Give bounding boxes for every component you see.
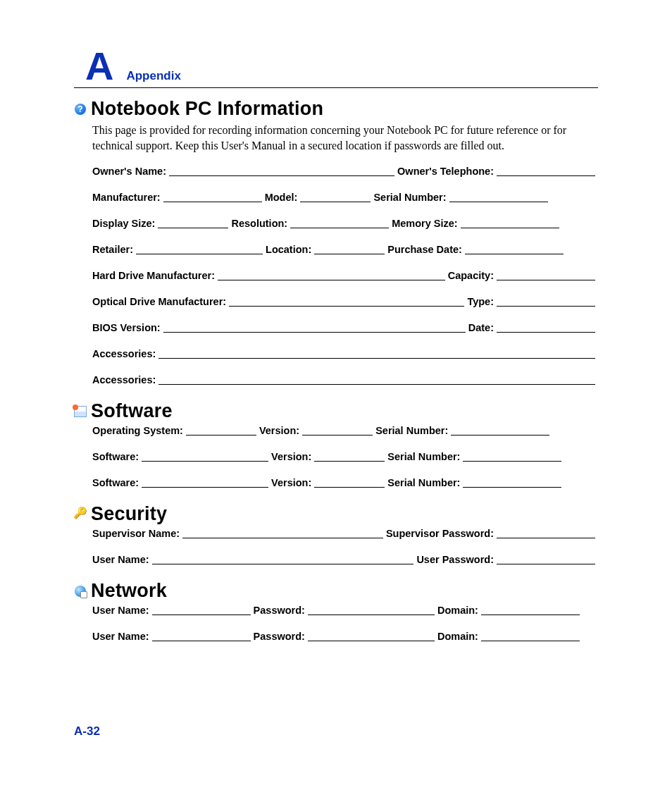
field-label: Version: [259, 426, 299, 436]
blank-line[interactable] [497, 322, 595, 333]
form-row: Operating System:Version:Serial Number: [92, 425, 598, 436]
field-label: Supervisor Password: [386, 529, 494, 539]
blank-line[interactable] [290, 218, 389, 228]
blank-line[interactable] [497, 270, 595, 280]
form-row: Software:Version:Serial Number: [92, 451, 598, 462]
blank-line[interactable] [451, 425, 549, 436]
blank-line[interactable] [308, 605, 435, 615]
field-label: Date: [468, 323, 494, 333]
appendix-header: A Appendix [74, 47, 598, 88]
blank-line[interactable] [182, 528, 383, 538]
security-fields: Supervisor Name:Supervisor Password:User… [92, 528, 598, 564]
field-label: User Name: [92, 631, 149, 642]
blank-line[interactable] [314, 244, 385, 254]
field-label: Accessories: [92, 349, 156, 359]
blank-line[interactable] [300, 192, 371, 202]
field-label: Serial Number: [387, 452, 460, 462]
form-row: User Name:Password:Domain: [92, 605, 598, 615]
blank-line[interactable] [308, 631, 435, 641]
section-head-network: Network [74, 580, 598, 602]
section-title-network: Network [91, 580, 167, 602]
form-row: Accessories: [92, 374, 598, 385]
section-network: Network User Name:Password:Domain:User N… [74, 580, 598, 641]
blank-line[interactable] [461, 218, 559, 228]
blank-line[interactable] [314, 477, 385, 488]
blank-line[interactable] [163, 322, 466, 333]
field-label: User Name: [92, 555, 149, 565]
field-label: Owner's Name: [92, 166, 166, 177]
notebook-intro: This page is provided for recording info… [92, 123, 598, 153]
field-label: Password: [254, 605, 305, 616]
field-label: BIOS Version: [92, 323, 161, 333]
blank-line[interactable] [463, 451, 561, 462]
field-label: User Password: [416, 555, 494, 565]
section-head-security: 🔑 Security [74, 503, 598, 525]
form-row: Hard Drive Manufacturer:Capacity: [92, 270, 598, 280]
section-head-software: Software [74, 400, 598, 422]
blank-line[interactable] [497, 554, 595, 564]
section-title-notebook: Notebook PC Information [91, 98, 323, 120]
form-row: Owner's Name:Owner's Telephone: [92, 166, 598, 176]
blank-line[interactable] [481, 605, 580, 615]
blank-line[interactable] [142, 451, 268, 462]
blank-line[interactable] [152, 605, 251, 615]
blank-line[interactable] [158, 218, 228, 228]
blank-line[interactable] [218, 270, 445, 280]
field-label: Software: [92, 452, 139, 462]
blank-line[interactable] [463, 477, 561, 488]
field-label: Model: [265, 192, 298, 203]
section-notebook: ? Notebook PC Information This page is p… [74, 98, 598, 385]
section-security: 🔑 Security Supervisor Name:Supervisor Pa… [74, 503, 598, 564]
field-label: Manufacturer: [92, 192, 161, 203]
blank-line[interactable] [229, 296, 464, 307]
software-icon [74, 405, 87, 418]
blank-line[interactable] [449, 192, 548, 202]
appendix-letter: A [85, 47, 113, 86]
field-label: Display Size: [92, 218, 155, 229]
form-row: User Name:Password:Domain: [92, 631, 598, 641]
section-title-software: Software [91, 400, 173, 422]
field-label: Memory Size: [392, 218, 457, 229]
form-row: Software:Version:Serial Number: [92, 477, 598, 488]
field-label: Serial Number: [387, 478, 460, 488]
blank-line[interactable] [136, 244, 263, 254]
blank-line[interactable] [186, 425, 256, 436]
field-label: Retailer: [92, 245, 133, 255]
field-label: Serial Number: [373, 192, 446, 203]
blank-line[interactable] [152, 631, 251, 641]
field-label: Serial Number: [375, 426, 448, 436]
field-label: Hard Drive Manufacturer: [92, 271, 215, 281]
notebook-fields: Owner's Name:Owner's Telephone:Manufactu… [92, 166, 598, 385]
blank-line[interactable] [158, 348, 595, 359]
blank-line[interactable] [142, 477, 268, 488]
blank-line[interactable] [497, 296, 595, 307]
form-row: Retailer:Location:Purchase Date: [92, 244, 598, 254]
blank-line[interactable] [163, 192, 262, 202]
section-head-notebook: ? Notebook PC Information [74, 98, 598, 120]
field-label: Domain: [437, 631, 478, 642]
appendix-label: Appendix [126, 69, 180, 83]
blank-line[interactable] [465, 244, 564, 254]
blank-line[interactable] [302, 425, 373, 436]
blank-line[interactable] [158, 374, 595, 385]
form-row: Display Size:Resolution:Memory Size: [92, 218, 598, 228]
key-icon: 🔑 [74, 507, 87, 519]
network-fields: User Name:Password:Domain:User Name:Pass… [92, 605, 598, 641]
field-label: Version: [271, 452, 311, 462]
form-row: Accessories: [92, 348, 598, 359]
form-row: Optical Drive Manufacturer:Type: [92, 296, 598, 307]
field-label: Capacity: [448, 271, 494, 281]
blank-line[interactable] [314, 451, 385, 462]
field-label: Resolution: [231, 218, 287, 229]
blank-line[interactable] [497, 166, 595, 176]
blank-line[interactable] [481, 631, 580, 641]
field-label: Location: [266, 245, 311, 255]
field-label: Accessories: [92, 375, 156, 385]
page: A Appendix ? Notebook PC Information Thi… [0, 0, 672, 809]
blank-line[interactable] [169, 166, 394, 176]
blank-line[interactable] [497, 528, 595, 538]
field-label: Version: [271, 478, 311, 488]
field-label: Operating System: [92, 426, 183, 436]
blank-line[interactable] [152, 554, 414, 564]
form-row: BIOS Version:Date: [92, 322, 598, 333]
